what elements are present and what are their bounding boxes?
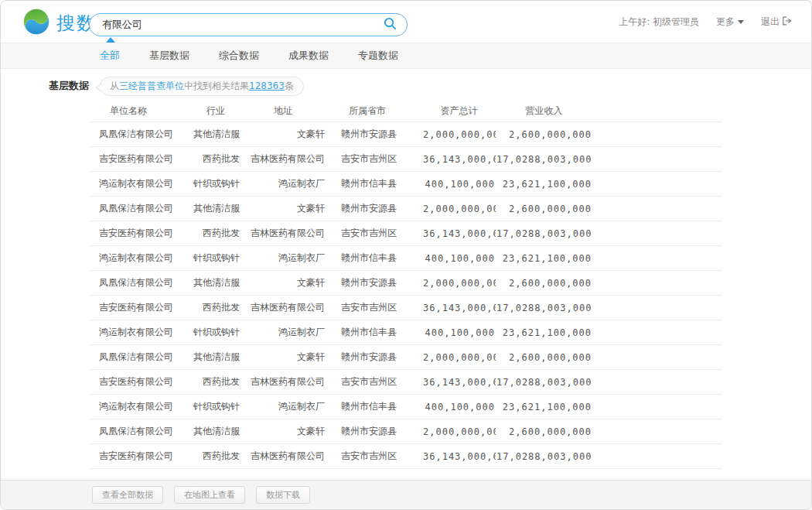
cell-region: 赣州市安源县 <box>326 197 422 221</box>
cell-spacer <box>592 370 722 395</box>
cell-spacer <box>592 271 722 296</box>
cell-address: 吉林医药有限公司 <box>241 444 326 469</box>
search-input[interactable] <box>90 19 383 31</box>
column-header-assets: 资产总计 <box>422 100 496 122</box>
active-tab-pointer-icon <box>106 37 115 43</box>
cell-industry: 其他清洁服 <box>179 419 241 444</box>
column-header-industry: 行业 <box>179 100 241 122</box>
cell-revenue: 2,600,000,000 <box>496 197 592 221</box>
cell-name: 凤凰保洁有限公司 <box>90 419 179 444</box>
tab-基层数据[interactable]: 基层数据 <box>149 43 189 68</box>
cell-industry: 其他清洁服 <box>179 197 241 221</box>
cell-name: 吉安医药有限公司 <box>90 296 179 320</box>
cell-address: 鸿运制衣厂 <box>241 246 326 271</box>
cell-region: 赣州市信丰县 <box>326 320 422 345</box>
table-row: 凤凰保洁有限公司其他清洁服文豪轩赣州市安源县2,000,000,0002,600… <box>90 197 722 221</box>
cell-assets: 2,000,000,000 <box>422 345 496 370</box>
table-row: 凤凰保洁有限公司其他清洁服文豪轩赣州市安源县2,000,000,0002,600… <box>90 122 722 147</box>
logout-label: 退出 <box>761 15 780 29</box>
cell-spacer <box>592 147 722 172</box>
cell-industry: 针织或钩针 <box>179 246 241 271</box>
column-header-address: 地址 <box>241 100 326 122</box>
cell-region: 吉安市吉州区 <box>326 296 422 320</box>
table-row: 鸿运制衣有限公司针织或钩针鸿运制衣厂赣州市信丰县400,100,00023,62… <box>90 172 722 197</box>
cell-name: 鸿运制衣有限公司 <box>90 320 179 345</box>
summary-prefix: 从 <box>110 80 119 91</box>
cell-assets: 400,100,000 <box>422 320 496 345</box>
cell-industry: 针织或钩针 <box>179 172 241 197</box>
cell-assets: 36,143,000,000 <box>422 296 496 320</box>
result-summary-bubble: 从三经普普查单位中找到相关结果128363条 <box>100 77 304 96</box>
cell-industry: 其他清洁服 <box>179 271 241 296</box>
cell-spacer <box>592 296 722 320</box>
cell-industry: 其他清洁服 <box>179 345 241 370</box>
tab-全部[interactable]: 全部 <box>100 43 120 68</box>
cell-industry: 其他清洁服 <box>179 122 241 147</box>
footer-toolbar: 查看全部数据在地图上查看数据下载 <box>1 480 811 509</box>
cell-address: 吉林医药有限公司 <box>241 221 326 246</box>
tab-综合数据[interactable]: 综合数据 <box>219 43 259 68</box>
cell-region: 赣州市安源县 <box>326 122 422 147</box>
download-data-button[interactable]: 数据下载 <box>256 486 310 504</box>
search-button[interactable] <box>383 16 407 33</box>
cell-spacer <box>592 246 722 271</box>
results-table: 单位名称 行业 地址 所属省市 资产总计 营业收入 凤凰保洁有限公司其他清洁服文… <box>90 100 722 469</box>
search-icon <box>383 16 397 33</box>
table-row: 凤凰保洁有限公司其他清洁服文豪轩赣州市安源县2,000,000,0002,600… <box>90 271 722 296</box>
cell-region: 赣州市信丰县 <box>326 246 422 271</box>
cell-industry: 针织或钩针 <box>179 320 241 345</box>
table-row: 鸿运制衣有限公司针织或钩针鸿运制衣厂赣州市信丰县400,100,00023,62… <box>90 395 722 419</box>
cell-address: 文豪轩 <box>241 345 326 370</box>
cell-revenue: 17,0288,003,000 <box>496 296 592 320</box>
cell-revenue: 17,0288,003,000 <box>496 444 592 469</box>
cell-spacer <box>592 122 722 147</box>
cell-name: 鸿运制衣有限公司 <box>90 395 179 419</box>
column-header-spacer <box>592 100 722 122</box>
logout-button[interactable]: 退出 <box>761 15 793 29</box>
view-all-data-button[interactable]: 查看全部数据 <box>92 486 163 504</box>
logo-swirl-icon <box>22 8 50 39</box>
cell-name: 鸿运制衣有限公司 <box>90 246 179 271</box>
cell-industry: 西药批发 <box>179 147 241 172</box>
app-window: 搜数 上午好: 初级管理员 更多 退出 <box>0 0 812 510</box>
tab-成果数据[interactable]: 成果数据 <box>288 43 329 68</box>
cell-assets: 36,143,000,000 <box>422 147 496 172</box>
cell-address: 鸿运制衣厂 <box>241 320 326 345</box>
cell-name: 凤凰保洁有限公司 <box>90 197 179 221</box>
cell-region: 吉安市吉州区 <box>326 444 422 469</box>
search-box <box>89 13 408 36</box>
more-menu[interactable]: 更多 <box>716 15 744 29</box>
header: 搜数 上午好: 初级管理员 更多 退出 <box>1 1 811 43</box>
tab-专题数据[interactable]: 专题数据 <box>358 43 398 68</box>
cell-region: 赣州市信丰县 <box>326 172 422 197</box>
cell-spacer <box>592 444 722 469</box>
cell-spacer <box>592 345 722 370</box>
view-on-map-button[interactable]: 在地图上查看 <box>174 486 245 504</box>
chevron-down-icon <box>738 20 744 24</box>
category-tabbar: 全部基层数据综合数据成果数据专题数据 <box>1 43 811 69</box>
cell-address: 文豪轩 <box>241 271 326 296</box>
summary-suffix: 条 <box>285 80 294 91</box>
table-row: 吉安医药有限公司西药批发吉林医药有限公司吉安市吉州区36,143,000,000… <box>90 444 722 469</box>
cell-name: 吉安医药有限公司 <box>90 444 179 469</box>
cell-name: 凤凰保洁有限公司 <box>90 122 179 147</box>
logo-link[interactable]: 搜数 <box>22 8 97 39</box>
census-unit-link[interactable]: 三经普普查单位 <box>119 80 184 91</box>
cell-spacer <box>592 419 722 444</box>
cell-address: 吉林医药有限公司 <box>241 147 326 172</box>
cell-assets: 400,100,000 <box>422 172 496 197</box>
cell-region: 赣州市安源县 <box>326 345 422 370</box>
cell-address: 文豪轩 <box>241 197 326 221</box>
cell-assets: 36,143,000,000 <box>422 444 496 469</box>
cell-region: 吉安市吉州区 <box>326 147 422 172</box>
cell-address: 吉林医药有限公司 <box>241 370 326 395</box>
result-bar: 基层数据 从三经普普查单位中找到相关结果128363条 <box>49 77 811 95</box>
table-body: 凤凰保洁有限公司其他清洁服文豪轩赣州市安源县2,000,000,0002,600… <box>90 122 722 469</box>
result-count-link[interactable]: 128363 <box>249 80 285 91</box>
column-header-revenue: 营业收入 <box>496 100 592 122</box>
cell-revenue: 2,600,000,000 <box>496 345 592 370</box>
cell-address: 文豪轩 <box>241 122 326 147</box>
column-header-region: 所属省市 <box>326 100 422 122</box>
cell-spacer <box>592 320 722 345</box>
cell-industry: 针织或钩针 <box>179 395 241 419</box>
